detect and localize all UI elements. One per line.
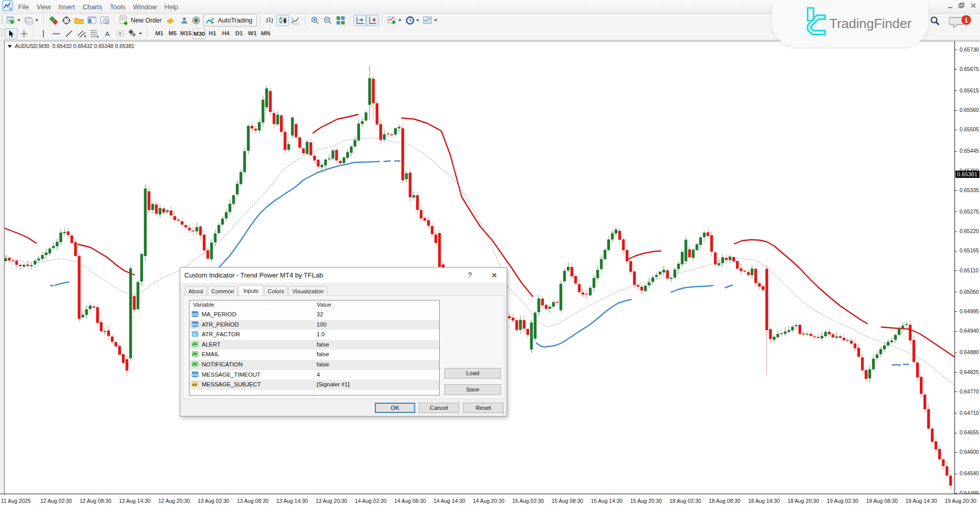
svg-text:ab: ab bbox=[192, 382, 197, 387]
svg-text:123: 123 bbox=[192, 322, 198, 326]
svg-text:E: E bbox=[84, 35, 86, 38]
svg-text:F: F bbox=[97, 35, 99, 38]
svg-text:A: A bbox=[105, 30, 109, 37]
svg-text:123: 123 bbox=[192, 373, 198, 376]
svg-text:MT4: MT4 bbox=[8, 7, 13, 10]
svg-text:T: T bbox=[118, 31, 122, 36]
svg-text:1: 1 bbox=[965, 17, 968, 24]
svg-text:123: 123 bbox=[192, 313, 198, 316]
svg-text:½: ½ bbox=[193, 333, 196, 336]
